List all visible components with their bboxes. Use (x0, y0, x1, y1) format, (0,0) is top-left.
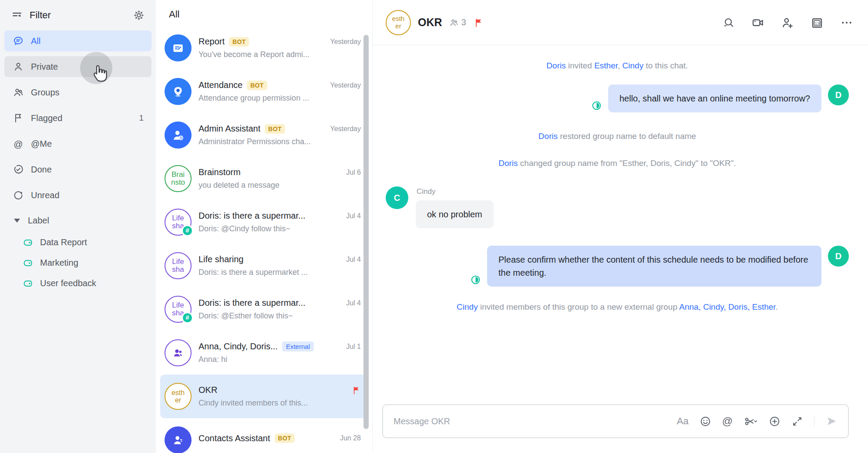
sidebar-item-label: Flagged (31, 113, 62, 123)
chat-time: Jun 28 (336, 434, 361, 442)
sidebar-item-user-feedback[interactable]: User feedback (0, 273, 156, 294)
member-count-value: 3 (461, 17, 466, 27)
doris-avatar[interactable]: D (828, 85, 849, 105)
people-icon (449, 18, 459, 27)
search-icon[interactable] (723, 17, 735, 29)
system-message-restored: Doris restored group name to default nam… (386, 132, 849, 141)
chat-preview: Attendance group permission ... (198, 94, 361, 103)
chat-list-item-brainstorm[interactable]: Brai nsto Brainstorm Jul 6 you deleted a… (160, 157, 366, 200)
user-link-cindy[interactable]: Cindy (457, 302, 478, 311)
chevron-down-icon (14, 219, 20, 223)
chat-list-item-life-sharing[interactable]: Life sha Life sharing Jul 4 Doris: is th… (160, 244, 366, 287)
check-circle-icon (13, 164, 24, 175)
expand-composer-icon[interactable] (791, 416, 803, 427)
person-icon (13, 61, 24, 72)
chat-list-item-contacts-assistant[interactable]: Contacts Assistant BOT Jun 28 (160, 418, 366, 453)
gear-icon[interactable] (133, 10, 145, 21)
add-attachment-icon[interactable] (769, 416, 781, 427)
send-icon[interactable] (825, 415, 838, 427)
message-composer: Aa @ (382, 404, 849, 438)
chat-preview: Cindy invited members of this... (198, 399, 361, 408)
external-badge: External (282, 341, 314, 352)
chat-list-item-doris-topic-2[interactable]: Life sha # Doris: is there a supermar...… (160, 287, 366, 331)
read-status-icon[interactable] (592, 101, 602, 111)
topic-hash-badge: # (182, 312, 193, 324)
flagged-count-badge: 1 (139, 113, 144, 123)
people-icon (13, 87, 24, 98)
chat-time: Yesterday (326, 81, 361, 89)
chat-list-item-attendance[interactable]: Attendance BOT Yesterday Attendance grou… (160, 70, 366, 113)
avatar-text: Brai nsto (165, 171, 191, 187)
conversation-avatar[interactable]: esth er (386, 10, 411, 35)
read-status-icon[interactable] (471, 275, 481, 285)
member-count[interactable]: 3 (449, 17, 466, 27)
chat-name: Anna, Cindy, Doris... (198, 341, 278, 352)
label-section-toggle[interactable]: Label (0, 210, 156, 230)
avatar-text: esth er (165, 389, 191, 404)
chat-bubble-icon (13, 36, 24, 46)
chat-list-item-okr[interactable]: esth er OKR Cindy invited members of thi… (160, 375, 366, 418)
user-link-cindy[interactable]: Cindy (622, 61, 644, 70)
user-link-doris[interactable]: Doris (538, 132, 558, 141)
mention-icon[interactable]: @ (722, 416, 733, 426)
user-link-doris[interactable]: Doris (498, 159, 518, 168)
chat-time: Jul 4 (343, 212, 361, 220)
doris-avatar[interactable]: D (828, 246, 849, 267)
sidebar-item-label: Unread (31, 190, 60, 200)
text-format-icon[interactable]: Aa (677, 416, 689, 427)
sidebar-item-label: @Me (31, 139, 52, 149)
chat-name: Report (198, 37, 225, 47)
sidebar-item-label: All (31, 36, 40, 46)
unread-refresh-icon (13, 190, 24, 200)
message-bubble: hello, shall we have an online meeting t… (608, 85, 821, 112)
sidebar-item-data-report[interactable]: Data Report (0, 232, 156, 253)
conversation-title: OKR (418, 16, 442, 29)
chat-list-item-report[interactable]: Report BOT Yesterday You've become a Rep… (160, 26, 366, 70)
video-call-icon[interactable] (751, 16, 764, 29)
user-link-doris[interactable]: Doris (546, 61, 565, 70)
bot-badge: BOT (229, 37, 249, 47)
sidebar-item-flagged[interactable]: Flagged 1 (4, 108, 151, 128)
sidebar-item-all[interactable]: All (4, 30, 151, 51)
contacts-assistant-bot-avatar (165, 426, 192, 453)
sidebar-item-groups[interactable]: Groups (4, 82, 151, 103)
chat-list-scrollbar[interactable] (363, 35, 369, 429)
own-message-confirm: Please confirm whether the content of th… (386, 246, 849, 287)
conversation-header: esth er OKR 3 13 (373, 0, 868, 45)
chat-list-item-admin-assistant[interactable]: Admin Assistant BOT Yesterday Administra… (160, 113, 366, 157)
sidebar-item-marketing[interactable]: Marketing (0, 253, 156, 273)
group-link-external[interactable]: Anna, Cindy, Doris, Esther (679, 302, 775, 311)
chat-time: Jul 4 (343, 299, 361, 307)
chat-list-item-external-group[interactable]: Anna, Cindy, Doris... External Jul 1 Ann… (160, 331, 366, 375)
message-input[interactable] (394, 416, 666, 426)
chat-name: Brainstorm (198, 167, 241, 177)
sidebar-item-label: Groups (31, 88, 60, 98)
app-window: Filter All Private Groups (0, 0, 868, 453)
chat-list-title: All (156, 0, 372, 26)
chat-time: Jul 4 (343, 256, 361, 264)
cindy-avatar[interactable]: C (386, 186, 408, 209)
sidebar-item-at-me[interactable]: @ @Me (4, 133, 151, 154)
chat-name: Life sharing (198, 254, 243, 264)
avatar-text: Life sha (165, 258, 191, 274)
svg-text:13: 13 (815, 21, 819, 25)
message-bubble: Please confirm whether the content of th… (487, 246, 821, 287)
own-message-hello: hello, shall we have an online meeting t… (386, 85, 849, 112)
chat-time: Jul 6 (343, 169, 361, 176)
user-link-esther[interactable]: Esther (594, 61, 618, 70)
flag-icon (13, 113, 24, 123)
emoji-icon[interactable] (700, 416, 711, 427)
sidebar-item-private[interactable]: Private (4, 56, 151, 77)
at-icon: @ (13, 139, 24, 149)
label-section-title: Label (28, 216, 49, 226)
tag-icon (23, 237, 33, 248)
sidebar-item-unread[interactable]: Unread (4, 185, 151, 206)
chat-time: Jul 1 (343, 343, 361, 351)
sidebar-item-done[interactable]: Done (4, 159, 151, 180)
screenshot-scissors-icon[interactable] (744, 416, 758, 427)
chat-list-item-doris-topic-1[interactable]: Life sha # Doris: is there a supermar...… (160, 200, 366, 244)
calendar-icon[interactable]: 13 (811, 16, 824, 29)
peer-message-ok: C Cindy ok no problem (386, 186, 849, 228)
add-member-icon[interactable] (781, 16, 794, 29)
more-icon[interactable] (840, 16, 853, 29)
